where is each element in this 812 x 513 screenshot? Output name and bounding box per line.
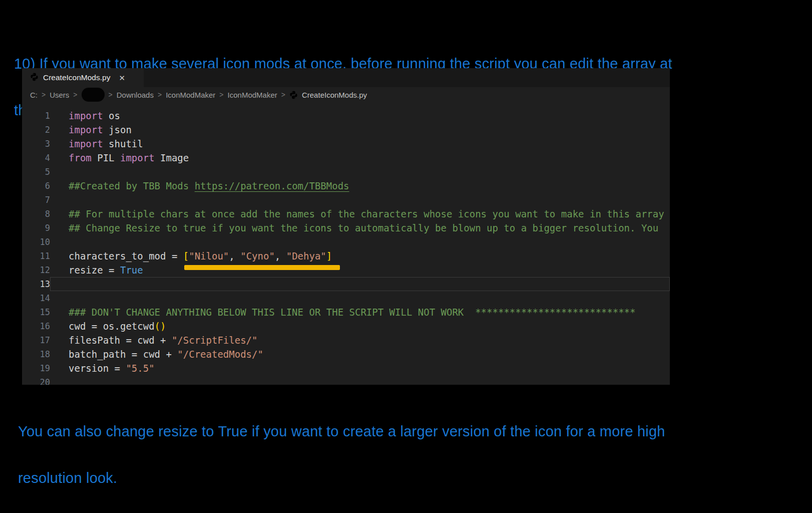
- line-number: 9: [22, 221, 50, 235]
- code-token: version =: [69, 363, 126, 374]
- breadcrumb-item-label: IconModMaker: [166, 91, 215, 99]
- breadcrumb-item[interactable]: IconModMaker: [166, 91, 215, 99]
- code-line-7[interactable]: 7: [22, 193, 670, 207]
- line-content: [50, 277, 670, 291]
- line-content: import shutil: [50, 137, 670, 151]
- python-icon: [289, 91, 298, 99]
- line-content: characters_to_mod = ["Nilou", "Cyno", "D…: [50, 249, 670, 263]
- tab-createiconmods[interactable]: CreateIconMods.py ✕: [22, 68, 144, 87]
- code-token: import: [69, 124, 103, 135]
- breadcrumb-separator-icon: >: [109, 91, 113, 99]
- code-lines: 1import os2import json3import shutil4fro…: [22, 109, 670, 385]
- code-line-3[interactable]: 3import shutil: [22, 137, 670, 151]
- line-number: 17: [22, 333, 50, 347]
- code-token: "/CreatedMods/": [177, 349, 263, 360]
- code-token: PIL: [92, 152, 120, 163]
- code-line-8[interactable]: 8## For multiple chars at once add the n…: [22, 207, 670, 221]
- code-line-12[interactable]: 12resize = True: [22, 263, 670, 277]
- line-content: [50, 165, 670, 179]
- code-token: cwd = os.getcwd: [69, 321, 155, 332]
- code-token: "/ScriptFiles/": [172, 335, 258, 346]
- code-token: ## For multiple chars at once add the na…: [69, 208, 664, 219]
- code-line-1[interactable]: 1import os: [22, 109, 670, 123]
- code-token: import: [120, 152, 155, 163]
- code-token: from: [69, 152, 92, 163]
- code-token: True: [120, 265, 143, 276]
- breadcrumb-item[interactable]: Users: [50, 91, 69, 99]
- code-line-17[interactable]: 17filesPath = cwd + "/ScriptFiles/": [22, 333, 670, 347]
- breadcrumb-item-label: Users: [50, 91, 69, 99]
- code-token: characters_to_mod =: [69, 250, 183, 262]
- line-number: 1: [22, 109, 50, 123]
- code-line-6[interactable]: 6##Created by TBB Mods https://patreon.c…: [22, 179, 670, 193]
- line-content: [50, 375, 670, 385]
- line-content: import os: [50, 109, 670, 123]
- code-line-9[interactable]: 9## Change Resize to true if you want th…: [22, 221, 670, 235]
- line-number: 4: [22, 151, 50, 165]
- code-token: [: [183, 250, 189, 262]
- breadcrumb: C:>Users>>Downloads>IconModMaker>IconMod…: [22, 87, 670, 102]
- line-number: 20: [22, 375, 50, 385]
- code-token: ,: [275, 250, 286, 262]
- line-content: batch_path = cwd + "/CreatedMods/": [50, 347, 670, 361]
- code-token: "Cyno": [240, 250, 275, 262]
- breadcrumb-item-label: Downloads: [117, 91, 154, 99]
- code-token: ### DON'T CHANGE ANYTHING BELOW THIS LIN…: [69, 307, 635, 318]
- line-number: 18: [22, 347, 50, 361]
- code-line-18[interactable]: 18batch_path = cwd + "/CreatedMods/": [22, 347, 670, 361]
- instruction-footer-line1: You can also change resize to True if yo…: [18, 424, 665, 439]
- code-line-13[interactable]: 13: [22, 277, 670, 291]
- line-number: 5: [22, 165, 50, 179]
- breadcrumb-separator-icon: >: [219, 91, 223, 99]
- line-number: 13: [22, 277, 50, 291]
- patreon-link[interactable]: https://patreon.com/TBBMods: [195, 180, 349, 191]
- code-line-16[interactable]: 16cwd = os.getcwd(): [22, 319, 670, 333]
- breadcrumb-item[interactable]: C:: [30, 91, 38, 99]
- code-line-11[interactable]: 11characters_to_mod = ["Nilou", "Cyno", …: [22, 249, 670, 263]
- code-token: "Nilou": [189, 250, 229, 262]
- instruction-footer-line2: resolution look.: [18, 470, 665, 486]
- line-content: import json: [50, 123, 670, 137]
- code-line-14[interactable]: 14: [22, 291, 670, 305]
- code-line-4[interactable]: 4from PIL import Image: [22, 151, 670, 165]
- code-token: json: [103, 124, 132, 135]
- code-token: "5.5": [126, 363, 154, 374]
- python-file-icon-slot: [30, 73, 39, 83]
- code-token: resize =: [69, 265, 120, 276]
- line-number: 15: [22, 305, 50, 319]
- line-number: 11: [22, 249, 50, 263]
- code-line-20[interactable]: 20: [22, 375, 670, 385]
- line-number: 7: [22, 193, 50, 207]
- line-number: 14: [22, 291, 50, 305]
- code-line-10[interactable]: 10: [22, 235, 670, 249]
- vscode-window: CreateIconMods.py ✕ C:>Users>>Downloads>…: [22, 68, 670, 385]
- line-content: [50, 291, 670, 305]
- code-editor[interactable]: 1import os2import json3import shutil4fro…: [22, 102, 670, 385]
- line-number: 19: [22, 361, 50, 375]
- code-token: import: [69, 138, 103, 149]
- code-token: ]: [326, 250, 332, 262]
- breadcrumb-item[interactable]: IconModMaker: [228, 91, 277, 99]
- code-line-15[interactable]: 15### DON'T CHANGE ANYTHING BELOW THIS L…: [22, 305, 670, 319]
- line-number: 10: [22, 235, 50, 249]
- python-icon: [30, 73, 39, 81]
- line-content: ## Change Resize to true if you want the…: [50, 221, 670, 235]
- code-token: shutil: [103, 138, 143, 149]
- breadcrumb-item[interactable]: CreateIconMods.py: [289, 91, 367, 99]
- breadcrumb-item-label: IconModMaker: [228, 91, 277, 99]
- line-content: [50, 235, 670, 249]
- code-line-5[interactable]: 5: [22, 165, 670, 179]
- breadcrumb-item-label: C:: [30, 91, 38, 99]
- breadcrumb-separator-icon: >: [281, 91, 285, 99]
- code-line-2[interactable]: 2import json: [22, 123, 670, 137]
- code-token: ,: [229, 250, 240, 262]
- editor-tab-bar: CreateIconMods.py ✕: [22, 68, 670, 87]
- code-token: ##Created by TBB Mods: [69, 180, 195, 191]
- tab-close-icon[interactable]: ✕: [119, 74, 125, 82]
- line-content: resize = True: [50, 263, 670, 277]
- breadcrumb-item[interactable]: Downloads: [117, 91, 154, 99]
- code-token: Image: [155, 152, 189, 163]
- line-number: 2: [22, 123, 50, 137]
- line-number: 6: [22, 179, 50, 193]
- code-line-19[interactable]: 19version = "5.5": [22, 361, 670, 375]
